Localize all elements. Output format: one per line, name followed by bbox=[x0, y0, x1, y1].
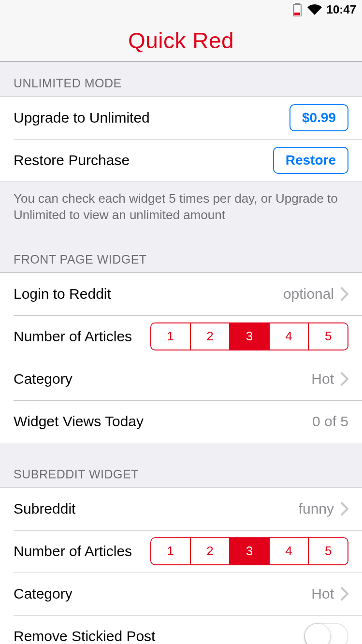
login-label: Login to Reddit bbox=[14, 286, 111, 302]
row-subreddit[interactable]: Subreddit funny bbox=[0, 488, 362, 530]
section-footer-unlimited: You can check each widget 5 times per da… bbox=[0, 182, 362, 228]
segment-3[interactable]: 3 bbox=[229, 538, 269, 564]
segment-1[interactable]: 1 bbox=[151, 323, 190, 350]
section-group-subreddit: Subreddit funny Number of Articles 12345… bbox=[0, 487, 362, 644]
page-title: Quick Red bbox=[128, 28, 234, 54]
chevron-right-icon bbox=[341, 287, 348, 301]
row-sub-category[interactable]: Category Hot bbox=[0, 573, 362, 615]
section-group-unlimited: Upgrade to Unlimited $0.99 Restore Purch… bbox=[0, 96, 362, 182]
sub-category-value: Hot bbox=[311, 586, 334, 602]
chevron-right-icon bbox=[341, 372, 348, 386]
row-remove-stickied: Remove Stickied Post bbox=[0, 615, 362, 644]
segment-1[interactable]: 1 bbox=[151, 538, 190, 564]
front-views-label: Widget Views Today bbox=[14, 413, 144, 430]
segment-4[interactable]: 4 bbox=[269, 538, 308, 564]
segment-4[interactable]: 4 bbox=[269, 323, 308, 350]
row-front-category[interactable]: Category Hot bbox=[0, 358, 362, 400]
segment-3[interactable]: 3 bbox=[229, 323, 269, 350]
section-header-unlimited: UNLIMITED MODE bbox=[0, 62, 362, 96]
stickied-switch[interactable] bbox=[304, 623, 348, 644]
battery-low-icon bbox=[292, 3, 303, 16]
status-bar: 10:47 bbox=[0, 0, 362, 19]
chevron-right-icon bbox=[341, 502, 348, 516]
section-header-subreddit: SUBREDDIT WIDGET bbox=[0, 443, 362, 487]
subreddit-value: funny bbox=[299, 501, 334, 517]
status-time: 10:47 bbox=[327, 3, 356, 16]
row-upgrade: Upgrade to Unlimited $0.99 bbox=[0, 97, 362, 139]
restore-button[interactable]: Restore bbox=[273, 147, 348, 174]
chevron-right-icon bbox=[341, 587, 348, 601]
sub-articles-segmented: 12345 bbox=[150, 537, 348, 565]
switch-knob bbox=[305, 624, 330, 644]
sub-articles-label: Number of Articles bbox=[14, 543, 132, 560]
front-views-value: 0 of 5 bbox=[312, 413, 348, 430]
front-category-value: Hot bbox=[311, 371, 334, 387]
front-articles-segmented: 12345 bbox=[150, 322, 348, 350]
front-articles-label: Number of Articles bbox=[14, 328, 132, 345]
row-restore: Restore Purchase Restore bbox=[0, 139, 362, 182]
segment-2[interactable]: 2 bbox=[190, 538, 230, 564]
row-login[interactable]: Login to Reddit optional bbox=[0, 273, 362, 315]
stickied-label: Remove Stickied Post bbox=[14, 628, 155, 644]
subreddit-label: Subreddit bbox=[14, 501, 75, 517]
segment-5[interactable]: 5 bbox=[308, 323, 348, 350]
section-header-front-page: FRONT PAGE WIDGET bbox=[0, 228, 362, 272]
restore-label: Restore Purchase bbox=[14, 152, 130, 168]
nav-header: Quick Red bbox=[0, 19, 362, 62]
upgrade-label: Upgrade to Unlimited bbox=[14, 110, 150, 126]
row-front-articles: Number of Articles 12345 bbox=[0, 315, 362, 358]
sub-category-label: Category bbox=[14, 586, 72, 602]
front-category-label: Category bbox=[14, 371, 72, 387]
section-group-front-page: Login to Reddit optional Number of Artic… bbox=[0, 272, 362, 443]
upgrade-price-button[interactable]: $0.99 bbox=[290, 104, 348, 131]
wifi-icon bbox=[307, 4, 322, 15]
row-sub-articles: Number of Articles 12345 bbox=[0, 530, 362, 573]
login-value: optional bbox=[283, 286, 334, 302]
segment-2[interactable]: 2 bbox=[190, 323, 230, 350]
segment-5[interactable]: 5 bbox=[308, 538, 348, 564]
row-front-views: Widget Views Today 0 of 5 bbox=[0, 400, 362, 443]
